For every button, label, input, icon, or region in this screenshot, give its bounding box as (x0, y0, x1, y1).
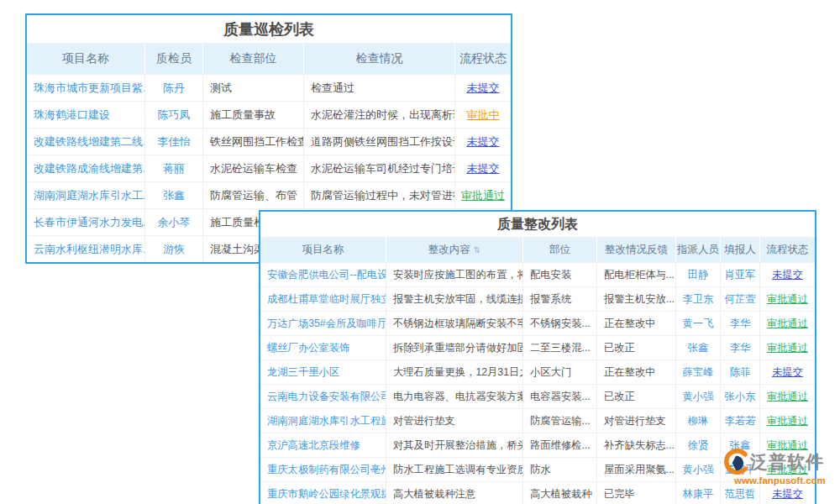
table-row: 螺丝厂办公室装饰拆除到承重墙部分请做好加固...二至三楼混...已改正张鑫李华审… (260, 335, 815, 360)
project-link[interactable]: 安徽合肥供电公司--配电设备... (260, 263, 386, 286)
feedback-cell: 对管进行垫支 (597, 409, 676, 433)
assignee-link[interactable]: 薛宝峰 (676, 360, 721, 384)
inspector-link[interactable]: 张鑫 (145, 182, 203, 208)
project-link[interactable]: 云南水利枢纽潜明水库... (27, 236, 145, 262)
project-link[interactable]: 长春市伊通河水力发电... (27, 209, 145, 235)
assignee-link[interactable]: 林康平 (676, 482, 721, 504)
column-header-2[interactable]: 整改内容⇅ (386, 237, 523, 262)
content-cell: 电力电容器、电抗器安装方案,... (386, 385, 523, 408)
situation-cell: 水泥砼运输车司机经过专门培训... (304, 155, 455, 181)
project-link[interactable]: 万达广场35#会所及咖啡厅空... (260, 312, 386, 335)
assignee-link[interactable]: 徐贤 (676, 433, 721, 457)
assignee-link[interactable]: 黄一飞 (676, 312, 721, 335)
project-link[interactable]: 湖南洞庭湖水库引水工... (27, 182, 145, 208)
status-link[interactable]: 审批中 (455, 102, 511, 128)
part-cell: 施工质量事故 (203, 102, 304, 128)
fanpu-logo-icon (722, 449, 748, 475)
feedback-cell: 正在整改中 (597, 312, 676, 335)
status-link[interactable]: 审批通过 (760, 312, 815, 335)
project-link[interactable]: 改建铁路线增建第二线... (27, 129, 145, 155)
rectification-table-title: 质量整改列表 (260, 212, 815, 237)
feedback-cell: 已完毕 (597, 482, 676, 504)
project-link[interactable]: 改建铁路成渝线增建第... (27, 155, 145, 181)
column-header-4: 整改情况反馈 (597, 237, 676, 262)
table-row: 珠海鹤港口建设陈巧凤施工质量事故水泥砼灌注的时候，出现离析现象审批中 (27, 101, 511, 128)
assignee-link[interactable]: 黄小强 (676, 458, 721, 481)
inspector-link[interactable]: 李佳怡 (145, 129, 203, 155)
reporter-link[interactable]: 陈菲 (721, 360, 760, 384)
content-cell: 大理石质量更换，12月31日之... (386, 360, 523, 384)
status-link[interactable]: 审批通过 (760, 336, 815, 360)
table-row: 湖南洞庭湖水库引水工程施工标对管进行垫支防腐管运输...对管进行垫支柳琳李若若审… (260, 408, 815, 433)
project-link[interactable]: 重庆市鹅岭公园绿化景观提升... (260, 482, 386, 504)
status-link[interactable]: 未提交 (455, 75, 511, 101)
part-cell: 防腐管运输、布管 (203, 182, 304, 208)
reporter-link[interactable]: 李华 (721, 312, 760, 335)
part-cell: 测试 (203, 75, 304, 101)
inspector-link[interactable]: 游恢 (145, 236, 203, 262)
reporter-link[interactable]: 李若若 (721, 409, 760, 433)
column-header-4: 检查情况 (304, 43, 455, 74)
part-cell: 配电安装 (523, 263, 597, 286)
assignee-link[interactable]: 张鑫 (676, 336, 721, 360)
status-link[interactable]: 未提交 (455, 129, 511, 155)
inspector-link[interactable]: 余小琴 (145, 209, 203, 235)
inspector-link[interactable]: 蒋丽 (145, 155, 203, 181)
table-row: 万达广场35#会所及咖啡厅空...不锈钢边框玻璃隔断安装不牢...不锈钢安装..… (260, 311, 815, 335)
feedback-cell: 报警主机安放... (597, 287, 676, 311)
status-link[interactable]: 未提交 (760, 360, 815, 384)
assignee-link[interactable]: 柳琳 (676, 409, 721, 433)
inspector-link[interactable]: 陈巧凤 (145, 102, 203, 128)
status-link[interactable]: 审批通过 (455, 182, 511, 208)
column-header-7: 流程状态 (760, 237, 815, 262)
part-cell: 路面维修检... (523, 433, 597, 457)
part-cell: 电容器安装... (523, 385, 597, 408)
table-row: 云南电力设备安装有限公司20...电力电容器、电抗器安装方案,...电容器安装.… (260, 384, 815, 408)
project-link[interactable]: 成都杜甫草堂临时展厅独立展... (260, 287, 386, 311)
status-link[interactable]: 未提交 (455, 155, 511, 181)
project-link[interactable]: 湖南洞庭湖水库引水工程施工标 (260, 409, 386, 433)
table-row: 改建铁路成渝线增建第...蒋丽水泥砼运输车检查水泥砼运输车司机经过专门培训...… (27, 155, 511, 181)
content-cell: 对管进行垫支 (386, 409, 523, 433)
reporter-link[interactable]: 李华 (721, 336, 760, 360)
feedback-cell: 已改正 (597, 336, 676, 360)
status-link[interactable]: 审批通过 (760, 287, 815, 311)
project-link[interactable]: 重庆太极制药有限公司亳州中... (260, 458, 386, 481)
fanpu-logo-text: 泛普软件 (750, 450, 824, 474)
fanpu-logo: 泛普软件 www.fanpusoft.com (722, 449, 836, 486)
status-link[interactable]: 未提交 (760, 263, 815, 286)
status-link[interactable]: 审批通过 (760, 385, 815, 408)
situation-cell: 水泥砼灌注的时候，出现离析现象 (304, 102, 455, 128)
reporter-link[interactable]: 肖亚军 (721, 263, 760, 286)
table-row: 湖南洞庭湖水库引水工...张鑫防腐管运输、布管防腐管运输过程中，未对管进行...… (27, 181, 511, 208)
content-cell: 不锈钢边框玻璃隔断安装不牢... (386, 312, 523, 335)
part-cell: 防腐管运输... (523, 409, 597, 433)
part-cell: 高大植被栽种 (523, 482, 597, 504)
part-cell: 报警系统 (523, 287, 597, 311)
project-link[interactable]: 珠海鹤港口建设 (27, 102, 145, 128)
situation-cell: 道路两侧铁丝网围挡工作按设计... (304, 129, 455, 155)
part-cell: 铁丝网围挡工作检查 (203, 129, 304, 155)
project-link[interactable]: 云南电力设备安装有限公司20... (260, 385, 386, 408)
project-link[interactable]: 螺丝厂办公室装饰 (260, 336, 386, 360)
sort-icon[interactable]: ⇅ (474, 245, 480, 255)
fanpu-logo-url: www.fanpusoft.com (734, 475, 836, 486)
column-header-5: 指派人员 (676, 237, 721, 262)
column-header-1: 项目名称 (27, 43, 145, 74)
reporter-link[interactable]: 何芷萱 (721, 287, 760, 311)
assignee-link[interactable]: 黄小强 (676, 385, 721, 408)
content-cell: 报警主机安放牢固，线缆连接... (386, 287, 523, 311)
reporter-link[interactable]: 张小东 (721, 385, 760, 408)
inspector-link[interactable]: 陈丹 (145, 75, 203, 101)
column-header-3: 部位 (523, 237, 597, 262)
column-header-2: 质检员 (145, 43, 203, 74)
table-row: 珠海市城市更新项目紫...陈丹测试检查通过未提交 (27, 74, 511, 101)
part-cell: 小区大门 (523, 360, 597, 384)
project-link[interactable]: 龙湖三千里小区 (260, 360, 386, 384)
project-link[interactable]: 珠海市城市更新项目紫... (27, 75, 145, 101)
feedback-cell: 已改正 (597, 385, 676, 408)
status-link[interactable]: 审批通过 (760, 409, 815, 433)
assignee-link[interactable]: 李卫东 (676, 287, 721, 311)
assignee-link[interactable]: 田静 (676, 263, 721, 286)
project-link[interactable]: 京沪高速北京段维修 (260, 433, 386, 457)
